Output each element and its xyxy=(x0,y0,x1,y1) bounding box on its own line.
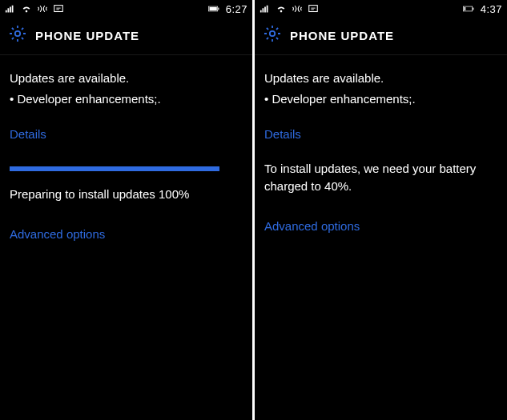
clock-time: 4:37 xyxy=(481,3,502,15)
clock-time: 6:27 xyxy=(226,3,247,15)
vibrate-icon xyxy=(37,3,48,14)
svg-rect-8 xyxy=(464,7,465,10)
settings-gear-icon xyxy=(8,24,27,46)
details-link[interactable]: Details xyxy=(10,126,46,143)
settings-gear-icon xyxy=(263,24,282,46)
battery-notice-text: To install updates, we need your battery… xyxy=(264,160,497,195)
update-status-text: Updates are available. xyxy=(10,70,243,87)
advanced-options-link[interactable]: Advanced options xyxy=(264,218,360,235)
install-progress-text: Preparing to install updates 100% xyxy=(10,186,243,203)
battery-icon xyxy=(463,3,474,14)
content-area: Updates are available. • Developer enhan… xyxy=(255,55,507,235)
notification-icon xyxy=(308,3,319,14)
svg-rect-2 xyxy=(218,8,219,10)
svg-point-9 xyxy=(270,31,275,36)
update-status-text: Updates are available. xyxy=(264,70,497,87)
wifi-icon xyxy=(21,3,32,14)
install-progress-bar xyxy=(10,166,219,171)
page-header: PHONE UPDATE xyxy=(0,18,252,55)
page-header: PHONE UPDATE xyxy=(255,18,507,55)
phone-screen-left: 6:27 PHONE UPDATE Updates are available.… xyxy=(0,0,252,420)
content-area: Updates are available. • Developer enhan… xyxy=(0,55,252,243)
advanced-options-link[interactable]: Advanced options xyxy=(10,226,105,243)
page-title: PHONE UPDATE xyxy=(290,29,394,42)
svg-point-4 xyxy=(15,31,20,36)
status-bar: 6:27 xyxy=(0,0,252,18)
svg-rect-7 xyxy=(473,8,473,10)
phone-screen-right: 4:37 PHONE UPDATE Updates are available.… xyxy=(255,0,507,420)
vibrate-icon xyxy=(292,3,303,14)
page-title: PHONE UPDATE xyxy=(35,29,139,42)
details-link[interactable]: Details xyxy=(264,126,301,143)
update-item: • Developer enhancements;. xyxy=(264,90,497,108)
cellular-icon xyxy=(260,3,271,14)
status-bar: 4:37 xyxy=(255,0,507,18)
cellular-icon xyxy=(5,3,16,14)
notification-icon xyxy=(53,3,64,14)
battery-icon xyxy=(208,3,219,14)
svg-rect-3 xyxy=(209,7,216,10)
wifi-icon xyxy=(276,3,287,14)
update-item: • Developer enhancements;. xyxy=(10,90,243,108)
